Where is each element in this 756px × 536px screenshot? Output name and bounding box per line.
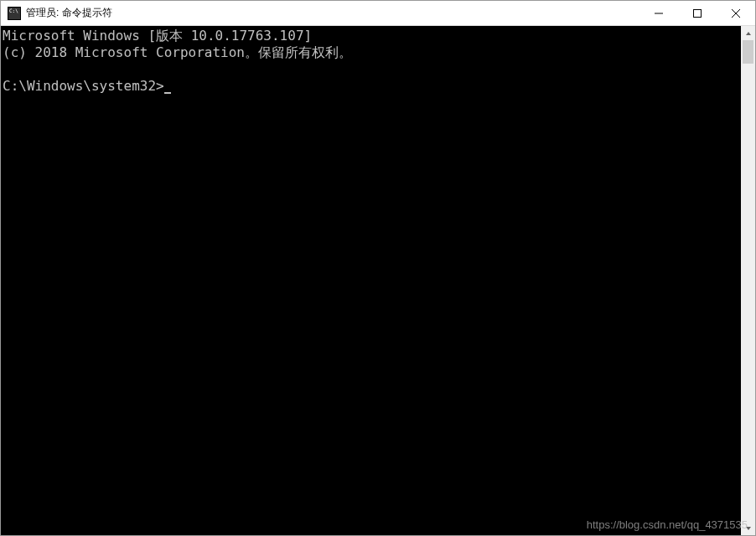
console-line: Microsoft Windows [版本 10.0.17763.107] (3, 28, 312, 44)
svg-rect-1 (694, 9, 702, 17)
command-prompt-window: 管理员: 命令提示符 Microsoft Windows [版本 10.0.17… (0, 0, 756, 536)
svg-marker-4 (746, 32, 751, 35)
maximize-button[interactable] (678, 1, 717, 25)
cmd-icon (8, 7, 21, 20)
svg-marker-5 (746, 527, 751, 530)
vertical-scrollbar[interactable] (741, 26, 755, 535)
close-button[interactable] (717, 1, 755, 25)
window-controls (639, 1, 755, 25)
titlebar[interactable]: 管理员: 命令提示符 (1, 1, 755, 26)
scroll-up-button[interactable] (741, 26, 755, 40)
console-prompt: C:\Windows\system32> (3, 78, 164, 94)
scrollbar-thumb[interactable] (743, 40, 753, 64)
console-area: Microsoft Windows [版本 10.0.17763.107] (c… (1, 26, 755, 535)
scroll-down-button[interactable] (741, 521, 755, 535)
console-line: (c) 2018 Microsoft Corporation。保留所有权利。 (3, 44, 352, 60)
scrollbar-track[interactable] (741, 40, 755, 521)
console-output[interactable]: Microsoft Windows [版本 10.0.17763.107] (c… (1, 26, 741, 535)
minimize-button[interactable] (639, 1, 678, 25)
window-title: 管理员: 命令提示符 (26, 6, 639, 20)
cursor (164, 80, 171, 94)
